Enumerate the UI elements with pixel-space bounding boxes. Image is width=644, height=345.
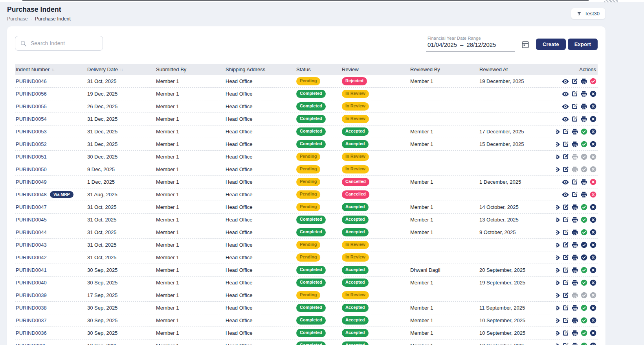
indent-number-link[interactable]: PURIND0050 — [16, 166, 47, 172]
view-button[interactable] — [562, 103, 569, 110]
view-button[interactable] — [556, 166, 560, 173]
approve-button[interactable] — [581, 254, 587, 261]
indent-number-cell[interactable]: PURIND0040 — [16, 280, 87, 286]
indent-number-cell[interactable]: PURIND0044 — [16, 229, 87, 235]
cancel-button[interactable] — [590, 128, 596, 135]
view-button[interactable] — [556, 242, 560, 249]
view-button[interactable] — [556, 204, 560, 211]
cancel-button[interactable] — [590, 254, 596, 261]
indent-number-link[interactable]: PURIND0047 — [16, 204, 47, 210]
cancel-button[interactable] — [590, 279, 596, 286]
indent-number-link[interactable]: PURIND0040 — [16, 280, 47, 286]
indent-number-cell[interactable]: PURIND0051 — [16, 154, 87, 160]
cancel-button[interactable] — [590, 103, 596, 110]
approve-button[interactable] — [581, 204, 587, 210]
indent-number-link[interactable]: PURIND0051 — [16, 154, 47, 160]
cancel-button[interactable] — [590, 242, 596, 248]
financial-year-date-range[interactable]: Financial Year Date Range 01/04/2025 – 2… — [426, 36, 515, 52]
indent-number-cell[interactable]: PURIND0045 — [16, 217, 87, 223]
print-button[interactable] — [580, 191, 587, 198]
indent-number-cell[interactable]: PURIND0048Via MRP — [16, 191, 87, 198]
view-button[interactable] — [556, 254, 560, 261]
indent-number-link[interactable]: PURIND0041 — [16, 267, 47, 273]
print-button[interactable] — [580, 179, 587, 186]
print-button[interactable] — [571, 267, 578, 274]
view-button[interactable] — [556, 141, 560, 148]
indent-number-cell[interactable]: PURIND0050 — [16, 166, 87, 172]
view-button[interactable] — [556, 216, 560, 223]
indent-number-cell[interactable]: PURIND0042 — [16, 255, 87, 260]
approve-button[interactable] — [581, 216, 587, 223]
edit-button[interactable] — [562, 204, 569, 210]
print-button[interactable] — [571, 242, 578, 249]
approve-button[interactable] — [590, 78, 596, 85]
approve-button[interactable] — [581, 141, 587, 148]
create-button[interactable]: Create — [536, 39, 566, 50]
indent-number-link[interactable]: PURIND0037 — [16, 317, 47, 323]
cancel-button[interactable] — [590, 304, 596, 311]
cancel-button[interactable] — [590, 267, 596, 273]
cancel-button[interactable] — [590, 216, 596, 223]
indent-number-cell[interactable]: PURIND0043 — [16, 242, 87, 248]
view-button[interactable] — [556, 128, 560, 135]
edit-button[interactable] — [562, 166, 569, 173]
print-button[interactable] — [571, 330, 578, 337]
print-button[interactable] — [571, 342, 578, 345]
cancel-button[interactable] — [590, 116, 596, 122]
column-header-indent-number[interactable]: Indent Number↑↓ — [16, 66, 87, 72]
print-button[interactable] — [571, 229, 578, 236]
print-button[interactable] — [571, 254, 578, 261]
approve-button[interactable] — [581, 229, 587, 236]
view-button[interactable] — [562, 191, 569, 198]
approve-button[interactable] — [581, 342, 587, 345]
indent-number-link[interactable]: PURIND0056 — [16, 91, 47, 97]
cancel-button[interactable] — [590, 330, 596, 336]
approve-button[interactable] — [581, 304, 587, 311]
print-button[interactable] — [580, 90, 587, 98]
indent-number-link[interactable]: PURIND0054 — [16, 116, 47, 122]
cancel-button[interactable] — [590, 229, 596, 236]
indent-number-link[interactable]: PURIND0053 — [16, 129, 47, 135]
print-button[interactable] — [571, 216, 578, 223]
view-button[interactable] — [556, 153, 560, 161]
view-button[interactable] — [556, 342, 560, 345]
date-to[interactable]: 28/12/2025 — [466, 41, 496, 48]
indent-number-link[interactable]: PURIND0039 — [16, 292, 47, 298]
approve-button[interactable] — [581, 128, 587, 135]
cancel-button[interactable] — [590, 141, 596, 148]
print-button[interactable] — [571, 279, 578, 286]
edit-button[interactable] — [571, 78, 578, 85]
indent-number-link[interactable]: PURIND0035 — [16, 343, 47, 345]
indent-number-link[interactable]: PURIND0048 — [16, 192, 47, 197]
approve-button[interactable] — [581, 330, 587, 336]
print-button[interactable] — [571, 304, 578, 312]
cancel-button[interactable] — [590, 204, 596, 210]
indent-number-cell[interactable]: PURIND0046 — [16, 78, 87, 84]
approve-button[interactable] — [581, 279, 587, 286]
indent-number-link[interactable]: PURIND0044 — [16, 229, 47, 235]
view-button[interactable] — [556, 304, 560, 312]
indent-number-link[interactable]: PURIND0052 — [16, 141, 47, 147]
print-button[interactable] — [571, 128, 578, 135]
print-button[interactable] — [580, 78, 587, 85]
indent-number-cell[interactable]: PURIND0056 — [16, 91, 87, 97]
sort-icon[interactable]: ↑↓ — [120, 68, 123, 72]
indent-number-cell[interactable]: PURIND0035 — [16, 343, 87, 345]
view-button[interactable] — [556, 279, 560, 286]
edit-button[interactable] — [562, 153, 569, 160]
view-button[interactable] — [556, 330, 560, 337]
column-header-delivery-date[interactable]: Delivery Date↑↓ — [87, 66, 156, 72]
view-button[interactable] — [556, 317, 560, 324]
date-from[interactable]: 01/04/2025 — [427, 41, 457, 48]
calendar-button[interactable] — [521, 40, 530, 49]
print-button[interactable] — [580, 103, 587, 110]
indent-number-link[interactable]: PURIND0046 — [16, 78, 47, 84]
breadcrumb-root[interactable]: Purchase — [7, 16, 28, 22]
cancel-button[interactable] — [590, 179, 596, 185]
approve-button[interactable] — [581, 317, 587, 324]
indent-number-link[interactable]: PURIND0042 — [16, 255, 47, 260]
view-button[interactable] — [562, 116, 569, 123]
indent-number-link[interactable]: PURIND0055 — [16, 103, 47, 109]
search-input[interactable] — [31, 40, 94, 46]
indent-number-cell[interactable]: PURIND0041 — [16, 267, 87, 273]
